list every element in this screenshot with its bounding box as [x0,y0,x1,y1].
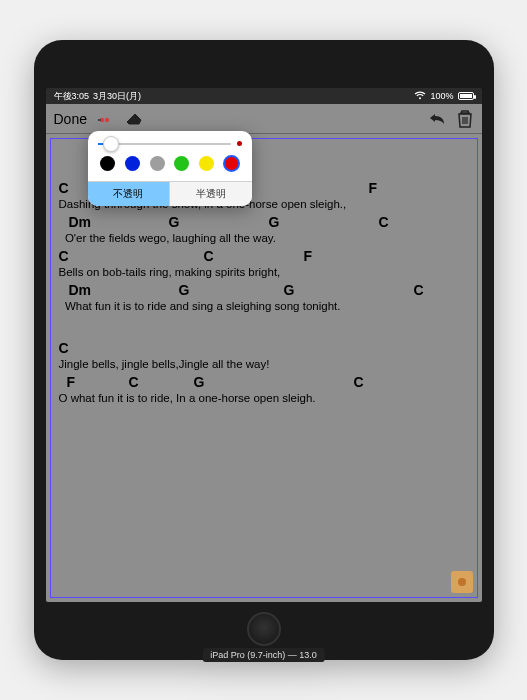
document-page[interactable]: ポント CCFDashing thnrough the snow, in a o… [50,138,478,598]
lyric-line: O what fun it is to ride, In a one-horse… [59,392,469,404]
lyric-line: O'er the fields wego, laughing all the w… [59,232,469,244]
chord: F [369,180,378,196]
lyric-line: What fun it is to ride and sing a sleigh… [59,300,469,312]
wifi-icon [414,90,426,102]
color-swatch[interactable] [224,156,239,171]
chord-row: C [59,340,469,358]
chord: G [284,282,295,298]
status-bar: 午後3:05 3月30日(月) 100% [46,88,482,104]
chord-row: DmGGC [59,282,469,300]
song-body: CCFDashing thnrough the snow, in a one-h… [59,180,469,404]
color-swatch[interactable] [100,156,115,171]
undo-button[interactable] [428,110,446,128]
done-button[interactable]: Done [54,111,87,127]
chord: Dm [69,282,92,298]
status-time: 午後3:05 [54,90,90,103]
color-swatch[interactable] [174,156,189,171]
chord: C [59,248,69,264]
battery-pct: 100% [430,91,453,101]
color-palette [88,150,252,181]
chord: C [414,282,424,298]
pen-tool-button[interactable] [97,110,115,128]
chord: C [354,374,364,390]
ipad-frame: 午後3:05 3月30日(月) 100% Done [34,40,494,660]
eraser-tool-button[interactable] [125,110,143,128]
device-label: iPad Pro (9.7-inch) — 13.0 [202,648,325,662]
lyric-line: Bells on bob-tails ring, making spirits … [59,266,469,278]
chord: G [194,374,205,390]
chord: C [59,180,69,196]
top-toolbar: Done [46,104,482,134]
color-swatch[interactable] [150,156,165,171]
home-button[interactable] [247,612,281,646]
status-date: 3月30日(月) [93,90,141,103]
chord: C [59,340,69,356]
pen-settings-popover: 不透明 半透明 [88,131,252,206]
brush-size-slider-row [88,131,252,150]
color-swatch[interactable] [125,156,140,171]
chord: G [179,282,190,298]
resize-handle[interactable] [451,571,473,593]
chord: F [67,374,76,390]
slider-thumb[interactable] [103,136,119,152]
svg-rect-2 [98,119,101,121]
chord-row: DmGGC [59,214,469,232]
chord-row: CCF [59,248,469,266]
chord: Dm [69,214,92,230]
screen: 午後3:05 3月30日(月) 100% Done [46,88,482,602]
opacity-translucent-tab[interactable]: 半透明 [169,182,252,206]
chord: G [269,214,280,230]
chord: F [304,248,313,264]
battery-icon [458,92,474,100]
lyric-line: Jingle bells, jingle bells,Jingle all th… [59,358,469,370]
opacity-opaque-tab[interactable]: 不透明 [88,182,170,206]
trash-button[interactable] [456,110,474,128]
opacity-segmented-control[interactable]: 不透明 半透明 [88,181,252,206]
chord: C [204,248,214,264]
chord: C [379,214,389,230]
chord-row: FCGC [59,374,469,392]
brush-preview-dot [237,141,242,146]
svg-point-1 [105,117,109,121]
brush-size-slider[interactable] [98,143,231,145]
chord: C [129,374,139,390]
chord: G [169,214,180,230]
color-swatch[interactable] [199,156,214,171]
